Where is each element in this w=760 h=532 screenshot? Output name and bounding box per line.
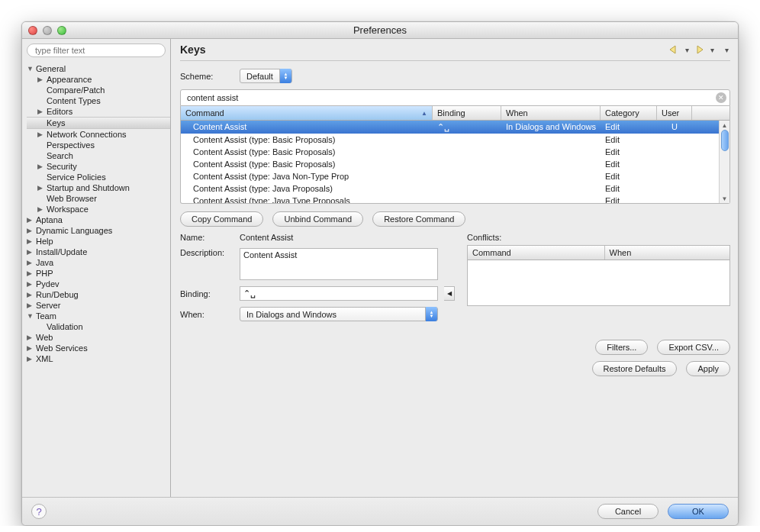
table-row[interactable]: Content Assist (type: Basic Proposals)Ed…: [181, 146, 719, 158]
tree-item[interactable]: ▶XML: [27, 353, 170, 364]
tree-item[interactable]: ▶Web Services: [27, 343, 170, 353]
scroll-down-icon[interactable]: ▼: [720, 194, 729, 203]
scroll-up-icon[interactable]: ▲: [720, 121, 729, 130]
binding-menu-icon[interactable]: ◀: [444, 286, 455, 301]
cancel-button[interactable]: Cancel: [597, 504, 659, 519]
tree-item[interactable]: ▶Install/Update: [27, 247, 170, 257]
tree-item[interactable]: ▶Security: [27, 161, 170, 172]
chevron-down-icon[interactable]: ▼: [27, 312, 34, 320]
export-csv-button[interactable]: Export CSV...: [657, 340, 730, 355]
tree-item[interactable]: ▶Server: [27, 300, 170, 311]
table-row[interactable]: Content Assist (type: Java Type Proposal…: [181, 195, 719, 203]
conflicts-col-when[interactable]: When: [605, 246, 729, 260]
forward-menu-icon[interactable]: ▾: [709, 46, 716, 54]
tree-item[interactable]: Perspectives: [27, 140, 170, 150]
restore-defaults-button[interactable]: Restore Defaults: [592, 361, 678, 376]
table-row[interactable]: Content Assist (type: Basic Proposals)Ed…: [181, 158, 719, 170]
conflicts-label: Conflicts:: [467, 233, 730, 242]
conflicts-table: Command When: [467, 245, 730, 306]
col-when[interactable]: When: [501, 106, 601, 120]
tree-item[interactable]: ▶Aptana: [27, 214, 170, 225]
tree-item[interactable]: ▶Editors: [27, 106, 170, 117]
tree-item[interactable]: ▶Help: [27, 236, 170, 247]
tree-item[interactable]: Web Browser: [27, 193, 170, 204]
table-row[interactable]: Content Assist (type: Basic Proposals)Ed…: [181, 134, 719, 146]
tree-item[interactable]: ▶Pydev: [27, 279, 170, 289]
copy-command-button[interactable]: Copy Command: [180, 211, 263, 227]
chevron-right-icon[interactable]: ▶: [27, 259, 34, 266]
binding-input[interactable]: [240, 286, 438, 301]
tree-item[interactable]: ▶Network Connections: [27, 129, 170, 140]
help-icon[interactable]: ?: [31, 504, 47, 519]
tree-item[interactable]: ▶Startup and Shutdown: [27, 182, 170, 193]
col-command[interactable]: Command ▲: [181, 106, 433, 120]
tree-item[interactable]: ▶Dynamic Languages: [27, 225, 170, 236]
chevron-right-icon[interactable]: ▶: [37, 184, 45, 192]
clear-search-icon[interactable]: ✕: [716, 92, 726, 103]
forward-icon[interactable]: [694, 44, 706, 55]
tree-item[interactable]: Content Types: [27, 95, 170, 106]
chevron-right-icon[interactable]: ▶: [27, 344, 34, 352]
col-binding[interactable]: Binding: [433, 106, 501, 120]
tree-item[interactable]: ▶Web: [27, 332, 170, 343]
chevron-right-icon[interactable]: ▶: [27, 269, 34, 277]
table-scrollbar[interactable]: ▲ ▼: [719, 121, 729, 203]
tree-item[interactable]: Search: [27, 150, 170, 161]
chevron-right-icon[interactable]: ▶: [37, 163, 45, 170]
filter-wrap: [22, 39, 170, 62]
chevron-down-icon[interactable]: ▼: [27, 65, 34, 73]
unbind-command-button[interactable]: Unbind Command: [272, 211, 363, 227]
chevron-right-icon[interactable]: ▶: [27, 355, 34, 363]
filters-button[interactable]: Filters...: [595, 340, 648, 355]
details-left: Name: Content Assist Description: Conten…: [180, 233, 455, 327]
keys-search-input[interactable]: [180, 89, 730, 106]
description-field[interactable]: Content Assist: [240, 248, 438, 280]
chevron-right-icon[interactable]: ▶: [37, 131, 45, 138]
restore-command-button[interactable]: Restore Command: [372, 211, 465, 227]
ok-button[interactable]: OK: [668, 504, 729, 519]
scheme-select[interactable]: Default ▲▼: [240, 69, 292, 83]
cell-category: Edit: [601, 135, 657, 144]
chevron-right-icon[interactable]: ▶: [27, 301, 34, 309]
preferences-tree[interactable]: ▼General▶AppearanceCompare/PatchContent …: [22, 62, 170, 497]
conflicts-col-command[interactable]: Command: [468, 246, 605, 260]
tree-item[interactable]: Validation: [27, 321, 170, 332]
filter-input[interactable]: [27, 44, 166, 57]
tree-item[interactable]: Compare/Patch: [27, 85, 170, 95]
scroll-track[interactable]: [720, 130, 729, 194]
cell-when: [501, 160, 601, 169]
apply-button[interactable]: Apply: [686, 361, 730, 376]
back-menu-icon[interactable]: ▾: [684, 46, 691, 54]
chevron-right-icon[interactable]: ▶: [27, 291, 34, 298]
chevron-right-icon[interactable]: ▶: [37, 76, 45, 83]
tree-item[interactable]: ▶Run/Debug: [27, 289, 170, 300]
table-row[interactable]: Content Assist (type: Java Non-Type Prop…: [181, 170, 719, 182]
chevron-right-icon[interactable]: ▶: [37, 205, 45, 213]
tree-item[interactable]: ▶Java: [27, 257, 170, 268]
chevron-right-icon[interactable]: ▶: [27, 237, 34, 245]
chevron-right-icon[interactable]: ▶: [37, 108, 45, 115]
chevron-right-icon[interactable]: ▶: [27, 334, 34, 341]
tree-item[interactable]: ▶Workspace: [27, 204, 170, 214]
tree-item[interactable]: ▶Appearance: [27, 74, 170, 85]
tree-item-label: Editors: [45, 107, 72, 116]
chevron-right-icon[interactable]: ▶: [27, 280, 34, 288]
table-row[interactable]: Content Assist⌃␣In Dialogs and WindowsEd…: [181, 121, 719, 134]
chevron-right-icon[interactable]: ▶: [27, 227, 34, 234]
chevron-right-icon[interactable]: ▶: [27, 216, 34, 224]
tree-item[interactable]: ▼Team: [27, 311, 170, 321]
back-icon[interactable]: [668, 44, 681, 55]
col-category[interactable]: Category: [601, 106, 657, 120]
table-row[interactable]: Content Assist (type: Java Proposals)Edi…: [181, 182, 719, 195]
tree-item[interactable]: Service Policies: [27, 172, 170, 182]
view-menu-icon[interactable]: ▾: [723, 46, 730, 54]
description-label: Description:: [180, 248, 233, 257]
table-body[interactable]: Content Assist⌃␣In Dialogs and WindowsEd…: [181, 121, 719, 203]
tree-item[interactable]: Keys: [27, 117, 170, 129]
tree-item[interactable]: ▶PHP: [27, 268, 170, 279]
col-user[interactable]: User: [657, 106, 692, 120]
chevron-right-icon[interactable]: ▶: [27, 248, 34, 256]
when-select[interactable]: In Dialogs and Windows ▲▼: [240, 307, 438, 321]
scroll-thumb[interactable]: [721, 130, 729, 151]
tree-item[interactable]: ▼General: [27, 63, 170, 74]
